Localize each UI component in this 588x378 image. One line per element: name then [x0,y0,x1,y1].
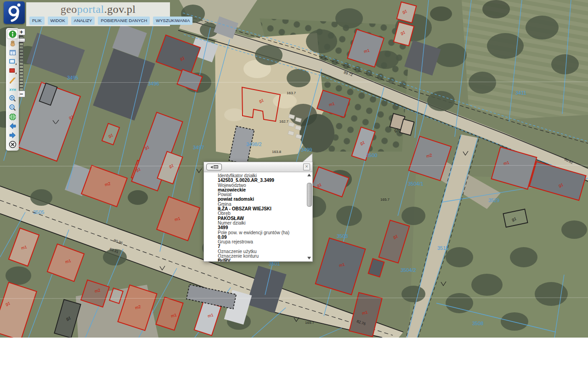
info-tool-button[interactable] [7,30,17,39]
title-geo: geo [61,3,77,15]
popup-close-button[interactable]: × [303,164,310,170]
logo-g-glyph [4,1,25,24]
parcel-info-popup: × Identyfikator działki142503_5.0020.AR_… [204,162,313,262]
popup-header: × [204,162,312,172]
zoom-in-icon [9,95,17,102]
measure-icon [9,76,17,84]
measure-tool-button[interactable] [7,76,17,85]
legend-tool-button[interactable] [7,48,17,57]
popup-body: Identyfikator działki142503_5.0020.AR_3.… [204,172,305,261]
xyh-tool-button[interactable]: XYH [7,85,17,94]
back-to-results-button[interactable] [206,164,222,170]
next-view-button[interactable] [7,131,17,140]
info-icon [9,30,17,38]
select-area-tool-button[interactable]: ★ [7,57,17,66]
menu-pobieranie-danych[interactable]: POBIERANIE DANYCH [98,17,150,25]
scroll-down-icon[interactable] [307,257,311,260]
map-toolbar: ★ ★ XYH [6,28,19,151]
field-label: Pole pow. w ewidencji gruntów (ha) [218,231,305,235]
popup-scrollbar[interactable] [306,173,312,260]
menu-analizy[interactable]: ANALIZY [71,17,95,25]
geoportal-logo[interactable] [4,1,25,24]
zoom-in-tool-button[interactable] [7,94,17,103]
zoom-out-icon [9,104,17,112]
results-list-icon [214,165,218,169]
title-portal: portal [77,3,104,15]
header-panel: geoportal.gov.pl PLIKWIDOKANALIZYPOBIERA… [26,2,170,26]
xyh-icon-text: XYH [9,88,16,91]
menu-widok[interactable]: WIDOK [48,17,68,25]
field-label: Oznaczenie konturu [218,254,305,259]
zoom-slider-ticks [19,36,23,90]
scroll-up-icon[interactable] [307,174,311,176]
popup-tail [302,153,313,162]
field-label: Numer działki [218,221,305,226]
previous-view-arrow-icon [9,122,17,130]
back-arrow-icon [210,166,213,169]
zoom-out-tool-button[interactable] [7,103,17,112]
svg-text:★: ★ [15,72,17,75]
clear-selection-icon: ★ [9,67,17,75]
next-view-arrow-icon [9,131,17,139]
field-value: IŁŻA - OBSZAR WIEJSKI [218,207,305,211]
legend-table-icon [9,49,17,56]
menu-plik[interactable]: PLIK [29,17,45,25]
scrollbar-thumb[interactable] [307,183,312,207]
site-title: geoportal.gov.pl [26,2,170,16]
menu-wyszukiwania[interactable]: WYSZUKIWANIA [153,17,192,25]
field-label: Grupa rejestrowa [218,240,305,244]
select-rectangle-icon: ★ [9,58,17,66]
pan-tool-button[interactable] [7,39,17,48]
full-extent-globe-icon [9,113,17,121]
close-tools-button[interactable] [7,140,17,149]
xyh-coordinates-icon: XYH [8,85,17,93]
menu-bar: PLIKWIDOKANALIZYPOBIERANIE DANYCHWYSZUKI… [26,17,170,25]
close-tools-icon [9,141,17,148]
svg-text:★: ★ [15,62,17,66]
previous-view-button[interactable] [7,122,17,130]
field-value: Br/RV [218,259,305,261]
title-suffix: .gov.pl [104,3,136,15]
full-extent-tool-button[interactable] [7,113,17,121]
pan-hand-icon [9,39,17,47]
clear-selection-tool-button[interactable]: ★ [7,67,17,75]
